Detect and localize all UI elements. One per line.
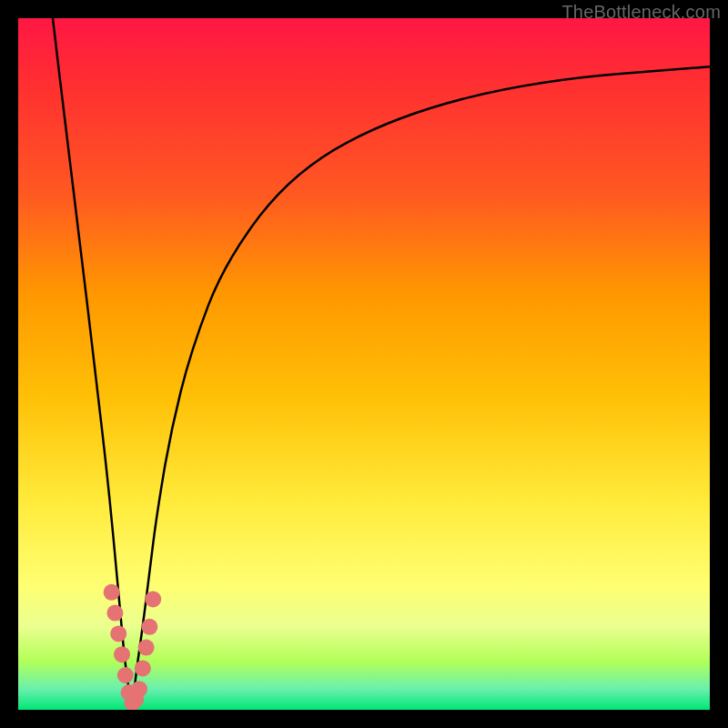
- marker-group: [104, 584, 162, 710]
- chart-frame: TheBottleneck.com: [0, 0, 728, 728]
- marker-point: [138, 640, 155, 656]
- marker-point: [110, 625, 126, 642]
- chart-svg: [18, 18, 710, 710]
- marker-point: [131, 681, 147, 697]
- marker-point: [141, 619, 157, 635]
- curve-left-branch: [53, 18, 132, 710]
- chart-plot-area: [18, 18, 710, 710]
- curve-right-branch: [132, 66, 710, 710]
- marker-point: [104, 584, 120, 601]
- watermark-text: TheBottleneck.com: [561, 2, 721, 23]
- marker-point: [117, 667, 134, 683]
- marker-point: [135, 660, 151, 676]
- marker-point: [114, 646, 130, 662]
- marker-point: [106, 605, 123, 622]
- marker-point: [145, 591, 161, 607]
